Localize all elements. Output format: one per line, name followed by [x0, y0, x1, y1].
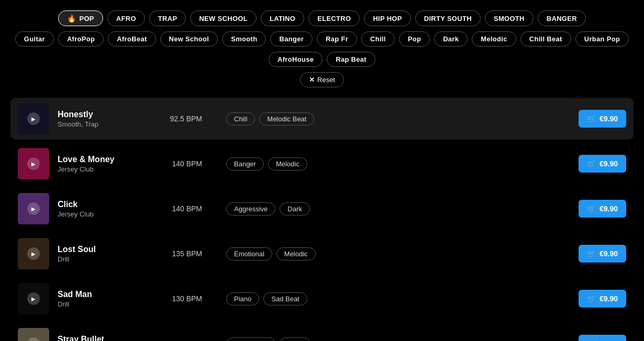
sub-pill-afropop[interactable]: AfroPop: [58, 31, 104, 47]
beat-row[interactable]: ▶Love & MoneyJersey Club140 BPMBangerMel…: [10, 143, 634, 185]
reset-button[interactable]: ✕ Reset: [300, 72, 344, 87]
beat-tag: Chill: [226, 112, 255, 126]
genre-pill-label: NEW SCHOOL: [199, 15, 248, 22]
beat-bpm: 92.5 BPM: [160, 115, 202, 123]
beat-bpm: 140 BPM: [160, 160, 202, 168]
beat-info: ClickJersey Club: [58, 200, 152, 218]
genre-pill-trap[interactable]: TRAP: [149, 10, 186, 26]
beat-price-button[interactable]: 🛒€9.90: [579, 245, 626, 263]
play-button[interactable]: ▶: [27, 292, 40, 305]
beat-tag: Banger: [226, 157, 264, 170]
cart-icon: 🛒: [587, 204, 596, 213]
sub-pill-banger2[interactable]: Banger: [270, 31, 313, 47]
sub-pill-dark[interactable]: Dark: [434, 31, 468, 47]
genre-pill-dirty-south[interactable]: DIRTY SOUTH: [415, 10, 481, 26]
play-button[interactable]: ▶: [27, 202, 40, 215]
beat-title: Love & Money: [58, 155, 152, 164]
beat-price-label: €9.90: [599, 204, 618, 213]
beat-tags: BangerMelodic: [226, 157, 570, 170]
beat-genre: Drill: [58, 300, 152, 308]
sub-pill-pop2[interactable]: Pop: [399, 31, 430, 47]
play-button[interactable]: ▶: [27, 247, 40, 260]
beat-bpm: 135 BPM: [160, 249, 202, 258]
genre-filter-row: 🔥POPAFROTRAPNEW SCHOOLLATINOELECTROHIP H…: [58, 10, 586, 26]
beat-genre: Jersey Club: [58, 165, 152, 173]
play-button[interactable]: ▶: [27, 112, 40, 125]
beat-row[interactable]: ▶Lost SoulDrill135 BPMEmotionalMelodic🛒€…: [10, 233, 634, 275]
beat-title: Honestly: [58, 110, 152, 119]
sub-filter-row2: AfroHouseRap Beat: [269, 52, 375, 67]
beat-title: Click: [58, 200, 152, 209]
beat-price-button[interactable]: 🛒€9.90: [579, 200, 626, 218]
filter-section: 🔥POPAFROTRAPNEW SCHOOLLATINOELECTROHIP H…: [0, 0, 644, 93]
play-button[interactable]: ▶: [27, 337, 40, 341]
cart-icon: 🛒: [587, 115, 596, 123]
beat-thumbnail: ▶: [18, 148, 49, 179]
play-overlay: ▶: [18, 283, 49, 314]
sub-pill-afrohouse[interactable]: AfroHouse: [269, 52, 323, 67]
beat-thumbnail: ▶: [18, 103, 49, 134]
genre-pill-banger[interactable]: BANGER: [538, 10, 586, 26]
beat-title: Lost Soul: [58, 245, 152, 254]
play-overlay: ▶: [18, 103, 49, 134]
sub-pill-rap-beat[interactable]: Rap Beat: [327, 52, 375, 67]
sub-pill-afrobeat[interactable]: AfroBeat: [108, 31, 156, 47]
beat-row[interactable]: ▶Sad ManDrill130 BPMPianoSad Beat🛒€9.90: [10, 278, 634, 320]
beat-info: Sad ManDrill: [58, 290, 152, 308]
beat-price-button[interactable]: 🛒€9.90: [579, 335, 626, 341]
beat-thumbnail: ▶: [18, 283, 49, 314]
cart-icon: 🛒: [587, 249, 596, 258]
beat-info: Stray BulletDrill, Trap: [58, 335, 152, 342]
beat-bpm: 140 BPM: [160, 204, 202, 213]
beat-tag: Melodic: [276, 247, 316, 260]
genre-pill-new-school[interactable]: NEW SCHOOL: [190, 10, 257, 26]
genre-pill-afro[interactable]: AFRO: [107, 10, 145, 26]
play-overlay: ▶: [18, 193, 49, 224]
sub-pill-new-school2[interactable]: New School: [160, 31, 218, 47]
beat-row[interactable]: ▶HonestlySmooth, Trap92.5 BPMChillMelodi…: [10, 98, 634, 140]
genre-pill-latino[interactable]: LATINO: [261, 10, 304, 26]
reset-label: Reset: [317, 76, 335, 84]
play-button[interactable]: ▶: [27, 157, 40, 170]
genre-pill-label: POP: [79, 15, 94, 22]
fire-icon: 🔥: [67, 14, 76, 22]
sub-pill-urban-pop[interactable]: Urban Pop: [575, 31, 629, 47]
beat-price-button[interactable]: 🛒€9.90: [579, 290, 626, 308]
sub-pill-melodic[interactable]: Melodic: [472, 31, 516, 47]
sub-pill-chill[interactable]: Chill: [361, 31, 395, 47]
genre-pill-label: BANGER: [547, 15, 577, 22]
genre-pill-hip-hop[interactable]: HIP HOP: [364, 10, 410, 26]
sub-pill-guitar[interactable]: Guitar: [15, 31, 54, 47]
beat-tags: AggressiveDark: [226, 202, 570, 215]
beat-thumbnail: ▶: [18, 238, 49, 269]
genre-pill-pop[interactable]: 🔥POP: [58, 10, 103, 26]
genre-pill-smooth[interactable]: SMOOTH: [485, 10, 534, 26]
beat-title: Sad Man: [58, 290, 152, 299]
beat-price-button[interactable]: 🛒€9.90: [579, 155, 626, 173]
sub-pill-rap-fr[interactable]: Rap Fr: [317, 31, 357, 47]
beat-tags: EmotionalMelodic: [226, 247, 570, 260]
beat-tag: Melodic: [268, 157, 307, 170]
cart-icon: 🛒: [587, 160, 596, 168]
beat-genre: Jersey Club: [58, 210, 152, 218]
beat-info: Love & MoneyJersey Club: [58, 155, 152, 173]
beat-price-label: €9.90: [599, 294, 618, 303]
genre-pill-label: ELECTRO: [317, 15, 351, 22]
beat-row[interactable]: ▶ClickJersey Club140 BPMAggressiveDark🛒€…: [10, 188, 634, 230]
genre-pill-label: AFRO: [116, 15, 136, 22]
beat-info: Lost SoulDrill: [58, 245, 152, 263]
beat-row[interactable]: ▶Stray BulletDrill, Trap85 BPMAggressive…: [10, 323, 634, 341]
beat-thumbnail: ▶: [18, 328, 49, 341]
genre-pill-label: HIP HOP: [373, 15, 402, 22]
beat-tags: AggressiveDark: [226, 337, 570, 342]
genre-pill-label: SMOOTH: [494, 15, 525, 22]
beat-thumbnail: ▶: [18, 193, 49, 224]
sub-pill-chill-beat[interactable]: Chill Beat: [520, 31, 571, 47]
sub-pill-smooth2[interactable]: Smooth: [222, 31, 266, 47]
genre-pill-label: DIRTY SOUTH: [424, 15, 472, 22]
beat-bpm: 130 BPM: [160, 294, 202, 303]
reset-row: ✕ Reset: [300, 72, 344, 87]
genre-pill-electro[interactable]: ELECTRO: [308, 10, 360, 26]
reset-x-icon: ✕: [309, 76, 315, 84]
beat-price-button[interactable]: 🛒€9.90: [579, 110, 626, 128]
